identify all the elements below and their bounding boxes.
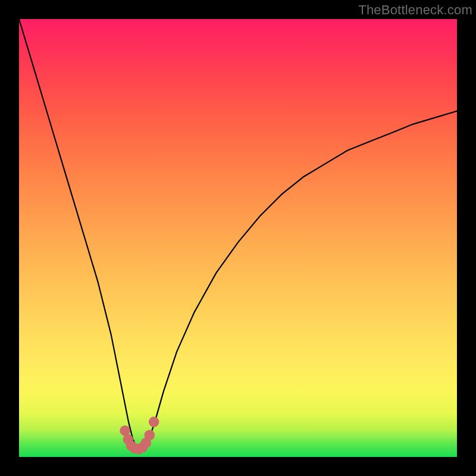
min-marker-dot [145,430,155,440]
min-marker-dot [149,416,159,427]
chart-svg [19,19,457,457]
plot-area [19,19,457,457]
min-marker-cluster [120,416,159,454]
outer-black-frame: TheBottleneck.com [0,0,476,476]
bottleneck-curve-path [19,19,457,448]
watermark-text: TheBottleneck.com [358,2,472,18]
